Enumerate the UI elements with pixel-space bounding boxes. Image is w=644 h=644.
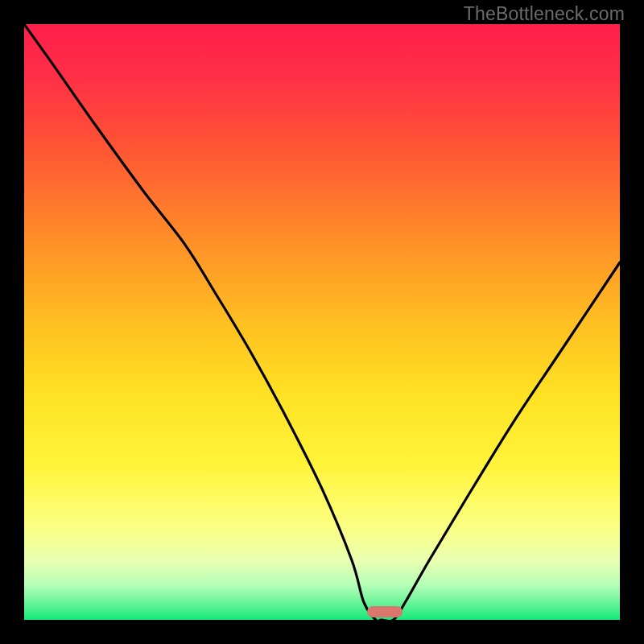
optimal-marker <box>367 606 402 617</box>
bottleneck-curve <box>24 24 620 620</box>
plot-area <box>24 24 620 620</box>
chart-frame: TheBottleneck.com <box>0 0 644 644</box>
watermark-text: TheBottleneck.com <box>464 3 625 25</box>
